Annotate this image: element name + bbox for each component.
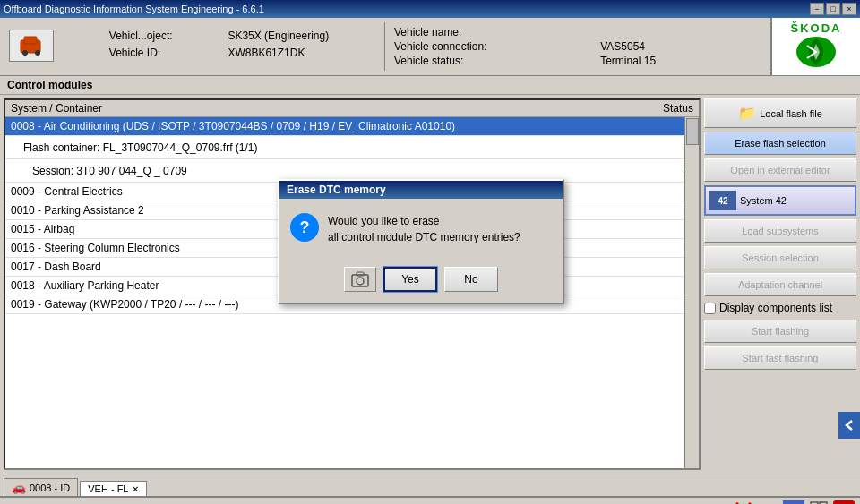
dialog-message: Would you like to erase all control modu… [328,213,520,245]
dialog-title-text: Erase DTC memory [287,184,386,196]
dialog-buttons: Yes No [280,260,563,303]
dialog-message-line1: Would you like to erase [328,215,440,227]
dialog-yes-button[interactable]: Yes [383,267,437,292]
screenshot-button[interactable] [344,267,376,292]
dialog-title-bar: Erase DTC memory [280,181,563,199]
dialog-overlay: Erase DTC memory ? Would you like to era… [0,0,860,504]
yes-label: Yes [401,273,419,286]
dialog-body: ? Would you like to erase all control mo… [280,199,563,260]
svg-point-18 [357,278,364,285]
erase-dtc-dialog: Erase DTC memory ? Would you like to era… [278,179,564,304]
camera-icon [351,271,369,287]
dialog-message-line2: all control module DTC memory entries? [328,231,520,243]
dialog-question-icon: ? [290,213,319,242]
dialog-no-button[interactable]: No [444,267,498,292]
no-label: No [464,273,477,286]
